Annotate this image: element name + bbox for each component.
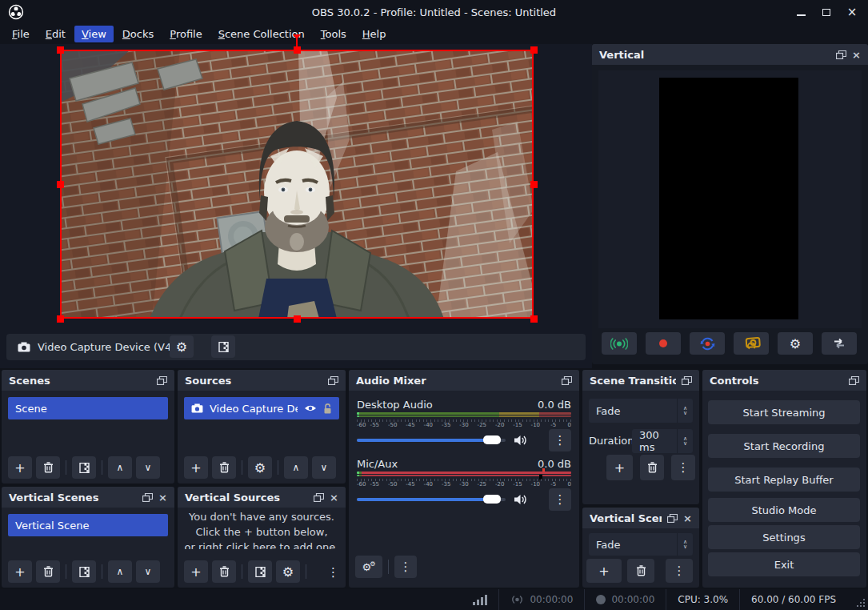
move-source-up-button[interactable]: ∧ [284,456,308,479]
popout-icon[interactable] [142,493,153,502]
source-filters-button[interactable] [211,335,235,358]
move-scene-up-button[interactable]: ∧ [108,560,132,583]
popout-icon[interactable] [849,376,859,385]
sources-options-button[interactable]: ⋮ [327,564,339,580]
menu-file[interactable]: File [5,26,37,42]
close-button[interactable]: × [841,2,863,22]
scene-list-item[interactable]: Scene [8,397,168,419]
resize-grip[interactable] [847,589,868,610]
preview-canvas[interactable]: Video Capture Device (V4L2 ⚙ [0,44,592,368]
popout-icon[interactable] [562,376,572,385]
remove-source-button[interactable] [212,456,236,479]
add-scene-button[interactable]: + [8,456,32,479]
vertical-settings-button[interactable]: ⚙ [778,332,813,355]
close-dock-icon[interactable]: × [852,49,861,61]
start-replay-buffer-button[interactable]: Start Replay Buffer [708,468,860,492]
advanced-audio-button[interactable]: ⚙⚙ [355,556,382,578]
move-scene-up-button[interactable]: ∧ [108,456,132,479]
exit-button[interactable]: Exit [708,552,860,576]
scene-filters-button[interactable] [72,560,96,583]
popout-icon[interactable] [836,50,846,59]
channel-options-button[interactable]: ⋮ [549,488,571,511]
volume-slider[interactable] [357,498,506,501]
vertical-record-button[interactable] [646,332,681,355]
transition-options-button[interactable]: ⋮ [666,559,693,583]
menu-view[interactable]: View [74,26,114,42]
selection-rect[interactable] [60,50,534,319]
vertical-sources-titlebar[interactable]: Vertical Sources × [178,487,346,508]
menu-edit[interactable]: Edit [38,26,73,42]
sources-titlebar[interactable]: Sources [178,370,346,391]
eye-icon[interactable] [304,404,317,412]
menu-tools[interactable]: Tools [314,26,354,42]
mixer-options-button[interactable]: ⋮ [394,556,417,578]
resize-handle-br[interactable] [530,315,538,323]
add-scene-button[interactable]: + [8,560,32,583]
scenes-titlebar[interactable]: Scenes [2,370,174,391]
source-list-item[interactable]: Video Capture Dev [184,397,339,419]
studio-mode-button[interactable]: Studio Mode [708,498,860,522]
close-dock-icon[interactable]: × [330,492,338,504]
move-scene-down-button[interactable]: ∨ [136,456,160,479]
remove-scene-button[interactable] [36,560,60,583]
scene-transitions-titlebar[interactable]: Scene Transitions [582,370,699,391]
audio-mixer-titlebar[interactable]: Audio Mixer [349,370,579,391]
transition-options-button[interactable]: ⋮ [671,455,695,480]
start-streaming-button[interactable]: Start Streaming [708,400,860,424]
resize-handle-tr[interactable] [530,46,538,54]
start-recording-button[interactable]: Start Recording [708,434,860,458]
vertical-preview[interactable] [598,70,862,328]
source-properties-button[interactable]: ⚙ [276,560,300,583]
resize-handle-tl[interactable] [57,46,64,54]
duration-spinbox[interactable]: 300 ms ∧∨ [632,429,693,453]
popout-icon[interactable] [157,376,167,385]
minimize-button[interactable] [790,2,812,22]
resize-handle-r[interactable] [530,181,538,188]
speaker-icon[interactable] [514,435,527,446]
vertical-virtualcam-button[interactable] [734,332,769,355]
vertical-stream-button[interactable] [602,332,637,355]
volume-slider[interactable] [357,439,506,442]
remove-transition-button[interactable] [627,559,654,583]
source-properties-button[interactable]: ⚙ [248,456,272,479]
popout-icon[interactable] [682,376,692,385]
slider-handle[interactable] [483,435,501,444]
vertical-scenes-titlebar[interactable]: Vertical Scenes × [2,487,174,508]
remove-transition-button[interactable] [640,455,664,480]
settings-button[interactable]: Settings [708,525,860,549]
add-transition-button[interactable]: + [606,455,633,480]
vertical-swap-button[interactable] [822,332,857,355]
popout-icon[interactable] [667,514,678,523]
transition-select[interactable]: Fade ∧∨ [589,399,693,423]
add-transition-button[interactable]: + [586,559,622,583]
speaker-icon[interactable] [514,494,527,505]
unlock-icon[interactable] [323,403,332,414]
move-source-down-button[interactable]: ∨ [312,456,336,479]
menu-profile[interactable]: Profile [162,26,209,42]
resize-handle-b[interactable] [294,315,301,323]
slider-handle[interactable] [483,495,501,504]
resize-handle-bl[interactable] [57,315,64,323]
controls-titlebar[interactable]: Controls [702,370,866,391]
add-source-button[interactable]: + [184,456,208,479]
menu-help[interactable]: Help [355,26,394,42]
close-dock-icon[interactable]: × [683,512,692,524]
vertical-scene-list-item[interactable]: Vertical Scene [8,514,168,536]
transition-select[interactable]: Fade ∧∨ [589,533,693,556]
add-source-button[interactable]: + [184,560,208,583]
popout-icon[interactable] [314,493,324,502]
vertical-canvas[interactable] [659,78,798,319]
close-dock-icon[interactable]: × [158,492,167,504]
move-scene-down-button[interactable]: ∨ [136,560,160,583]
remove-scene-button[interactable] [36,456,60,479]
popout-icon[interactable] [328,376,338,385]
channel-options-button[interactable]: ⋮ [549,429,571,451]
source-properties-button[interactable]: ⚙ [170,335,194,358]
resize-handle-t[interactable] [294,46,301,54]
maximize-button[interactable] [815,2,838,22]
vertical-transitions-titlebar[interactable]: Vertical Scene… × [582,508,699,528]
menu-docks[interactable]: Docks [115,26,161,42]
scene-filters-button[interactable] [72,456,96,479]
source-filters-button[interactable] [248,560,272,583]
resize-handle-l[interactable] [57,181,64,188]
